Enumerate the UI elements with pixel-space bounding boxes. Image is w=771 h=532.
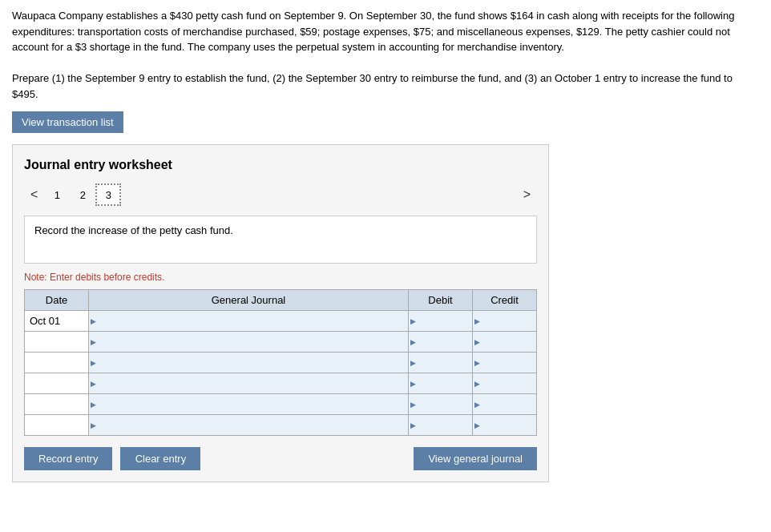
- tab-2[interactable]: 2: [70, 183, 95, 206]
- button-row: Record entry Clear entry View general jo…: [24, 447, 537, 470]
- gj-input-3[interactable]: [89, 353, 408, 373]
- journal-table: Date General Journal Debit Credit Oct 01: [24, 289, 537, 436]
- date-val-4: [25, 373, 89, 394]
- gj-cell-3[interactable]: [89, 353, 409, 373]
- credit-input-4[interactable]: [473, 373, 536, 393]
- credit-input-1[interactable]: [473, 311, 536, 331]
- worksheet-container: Journal entry worksheet < 1 2 3 > Record…: [12, 144, 549, 482]
- credit-cell-5[interactable]: [473, 394, 537, 415]
- gj-cell-5[interactable]: [89, 394, 409, 415]
- debit-cell-6[interactable]: [409, 415, 473, 436]
- worksheet-title: Journal entry worksheet: [24, 158, 537, 172]
- next-tab-arrow[interactable]: >: [517, 186, 537, 204]
- record-entry-button[interactable]: Record entry: [24, 447, 112, 470]
- date-val-2: [25, 332, 89, 353]
- gj-input-6[interactable]: [89, 415, 408, 435]
- tab-3[interactable]: 3: [95, 183, 121, 206]
- debit-input-4[interactable]: [409, 373, 472, 393]
- problem-text: Waupaca Company establishes a $430 petty…: [12, 8, 759, 102]
- view-general-journal-button[interactable]: View general journal: [414, 447, 537, 470]
- note-text: Note: Enter debits before credits.: [24, 272, 537, 283]
- table-row: [25, 373, 537, 394]
- gj-input-5[interactable]: [89, 394, 408, 414]
- credit-cell-3[interactable]: [473, 353, 537, 373]
- debit-input-3[interactable]: [409, 353, 472, 373]
- gj-cell-1[interactable]: [89, 311, 409, 332]
- col-header-credit: Credit: [473, 290, 537, 311]
- credit-input-6[interactable]: [473, 415, 536, 435]
- debit-input-2[interactable]: [409, 332, 472, 352]
- gj-input-1[interactable]: [89, 311, 408, 331]
- debit-cell-4[interactable]: [409, 373, 473, 394]
- debit-input-6[interactable]: [409, 415, 472, 435]
- gj-cell-6[interactable]: [89, 415, 409, 436]
- date-val-3: [25, 353, 89, 373]
- instruction-box: Record the increase of the petty cash fu…: [24, 216, 537, 264]
- tab-row: < 1 2 3 >: [24, 183, 537, 206]
- clear-entry-button[interactable]: Clear entry: [120, 447, 200, 470]
- credit-input-3[interactable]: [473, 353, 536, 373]
- debit-cell-2[interactable]: [409, 332, 473, 353]
- date-val-6: [25, 415, 89, 436]
- gj-cell-2[interactable]: [89, 332, 409, 353]
- table-row: [25, 353, 537, 373]
- credit-cell-4[interactable]: [473, 373, 537, 394]
- col-header-gj: General Journal: [89, 290, 409, 311]
- table-row: [25, 332, 537, 353]
- credit-cell-2[interactable]: [473, 332, 537, 353]
- table-row: Oct 01: [25, 311, 537, 332]
- debit-cell-1[interactable]: [409, 311, 473, 332]
- debit-input-5[interactable]: [409, 394, 472, 414]
- table-row: [25, 415, 537, 436]
- gj-input-2[interactable]: [89, 332, 408, 352]
- credit-cell-1[interactable]: [473, 311, 537, 332]
- col-header-debit: Debit: [409, 290, 473, 311]
- credit-input-5[interactable]: [473, 394, 536, 414]
- date-val-5: [25, 394, 89, 415]
- credit-input-2[interactable]: [473, 332, 536, 352]
- tab-1[interactable]: 1: [44, 183, 70, 206]
- debit-input-1[interactable]: [409, 311, 472, 331]
- credit-cell-6[interactable]: [473, 415, 537, 436]
- col-header-date: Date: [25, 290, 89, 311]
- table-row: [25, 394, 537, 415]
- debit-cell-3[interactable]: [409, 353, 473, 373]
- debit-cell-5[interactable]: [409, 394, 473, 415]
- prev-tab-arrow[interactable]: <: [24, 186, 44, 204]
- gj-input-4[interactable]: [89, 373, 408, 393]
- date-val-1: Oct 01: [25, 311, 89, 332]
- view-transaction-button[interactable]: View transaction list: [12, 111, 123, 133]
- gj-cell-4[interactable]: [89, 373, 409, 394]
